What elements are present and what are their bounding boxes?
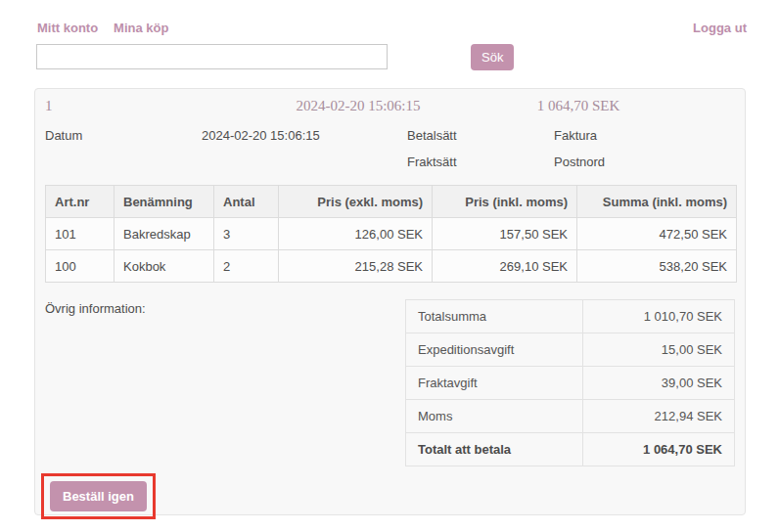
detail-value-betalsatt: Faktura bbox=[554, 128, 735, 143]
search-section: Sök bbox=[0, 44, 779, 70]
item-summa: 472,50 SEK bbox=[577, 218, 737, 250]
order-header-datetime: 2024-02-20 15:06:15 bbox=[202, 98, 515, 114]
item-pris-exkl: 126,00 SEK bbox=[279, 218, 433, 250]
order-header-row[interactable]: 1 2024-02-20 15:06:15 1 064,70 SEK bbox=[35, 89, 745, 120]
items-table-header-cell: Pris (inkl. moms) bbox=[433, 186, 577, 218]
totals-row: Moms 212,94 SEK bbox=[406, 400, 735, 433]
items-table-header-cell: Antal bbox=[214, 186, 279, 218]
items-table-header-cell: Benämning bbox=[115, 186, 214, 218]
nav-mitt-konto[interactable]: Mitt konto bbox=[37, 21, 98, 35]
totals-value: 1 010,70 SEK bbox=[583, 300, 735, 333]
totals-row: Totalt att betala 1 064,70 SEK bbox=[406, 433, 735, 466]
reorder-button[interactable]: Beställ igen bbox=[50, 481, 147, 511]
totals-table: Totalsumma 1 010,70 SEK Expeditionsavgif… bbox=[405, 299, 735, 466]
item-artnr: 101 bbox=[46, 218, 115, 250]
item-artnr: 100 bbox=[46, 250, 115, 283]
totals-label: Moms bbox=[406, 400, 583, 433]
order-details: Datum 2024-02-20 15:06:15 Betalsätt Fakt… bbox=[35, 120, 745, 169]
search-button[interactable]: Sök bbox=[471, 44, 514, 70]
items-table: Art.nrBenämningAntalPris (exkl. moms)Pri… bbox=[45, 185, 737, 283]
order-panel: 1 2024-02-20 15:06:15 1 064,70 SEK Datum… bbox=[34, 88, 746, 515]
detail-value-fraktsatt: Postnord bbox=[554, 155, 735, 169]
item-antal: 2 bbox=[214, 250, 279, 283]
page: Mitt konto Mina köp Logga ut Sök 1 2024-… bbox=[0, 0, 779, 532]
items-table-header-cell: Art.nr bbox=[46, 186, 115, 218]
annotation-highlight-box: Beställ igen bbox=[41, 473, 156, 519]
item-pris-exkl: 215,28 SEK bbox=[279, 250, 433, 283]
item-antal: 3 bbox=[214, 218, 279, 250]
totals-row: Totalsumma 1 010,70 SEK bbox=[406, 300, 735, 333]
totals-value: 15,00 SEK bbox=[583, 333, 735, 367]
order-header-total: 1 064,70 SEK bbox=[515, 98, 642, 114]
account-nav: Mitt konto Mina köp bbox=[37, 21, 168, 35]
totals-row: Expeditionsavgift 15,00 SEK bbox=[406, 333, 735, 367]
item-pris-inkl: 157,50 SEK bbox=[433, 218, 577, 250]
detail-label-fraktsatt: Fraktsätt bbox=[407, 155, 554, 169]
items-table-header-row: Art.nrBenämningAntalPris (exkl. moms)Pri… bbox=[46, 186, 737, 218]
item-summa: 538,20 SEK bbox=[577, 250, 737, 283]
other-info-label: Övrig information: bbox=[45, 299, 146, 316]
item-benamning: Kokbok bbox=[115, 250, 214, 283]
totals-label: Totalsumma bbox=[406, 300, 583, 333]
totals-label: Totalt att betala bbox=[406, 433, 583, 466]
nav-mina-kop[interactable]: Mina köp bbox=[114, 21, 168, 35]
detail-label-betalsatt: Betalsätt bbox=[407, 128, 554, 143]
totals-value: 39,00 SEK bbox=[583, 367, 735, 400]
search-input[interactable] bbox=[36, 44, 388, 69]
items-table-header-cell: Pris (exkl. moms) bbox=[279, 186, 433, 218]
detail-label-datum: Datum bbox=[45, 128, 202, 143]
order-number: 1 bbox=[45, 98, 202, 114]
item-benamning: Bakredskap bbox=[115, 218, 214, 250]
totals-label: Expeditionsavgift bbox=[406, 333, 583, 367]
detail-value-datum: 2024-02-20 15:06:15 bbox=[202, 128, 407, 143]
items-table-header-cell: Summa (inkl. moms) bbox=[577, 186, 737, 218]
item-pris-inkl: 269,10 SEK bbox=[433, 250, 577, 283]
summary-section: Övrig information: Totalsumma 1 010,70 S… bbox=[35, 283, 745, 466]
items-table-row: 100 Kokbok 2 215,28 SEK 269,10 SEK 538,2… bbox=[46, 250, 737, 283]
totals-label: Fraktavgift bbox=[406, 367, 583, 400]
totals-value: 212,94 SEK bbox=[583, 400, 735, 433]
topbar: Mitt konto Mina köp Logga ut bbox=[0, 0, 779, 44]
totals-row: Fraktavgift 39,00 SEK bbox=[406, 367, 735, 400]
reorder-section: Beställ igen bbox=[35, 466, 745, 519]
totals-value: 1 064,70 SEK bbox=[583, 433, 735, 466]
nav-logga-ut[interactable]: Logga ut bbox=[693, 21, 747, 35]
items-table-row: 101 Bakredskap 3 126,00 SEK 157,50 SEK 4… bbox=[46, 218, 737, 250]
